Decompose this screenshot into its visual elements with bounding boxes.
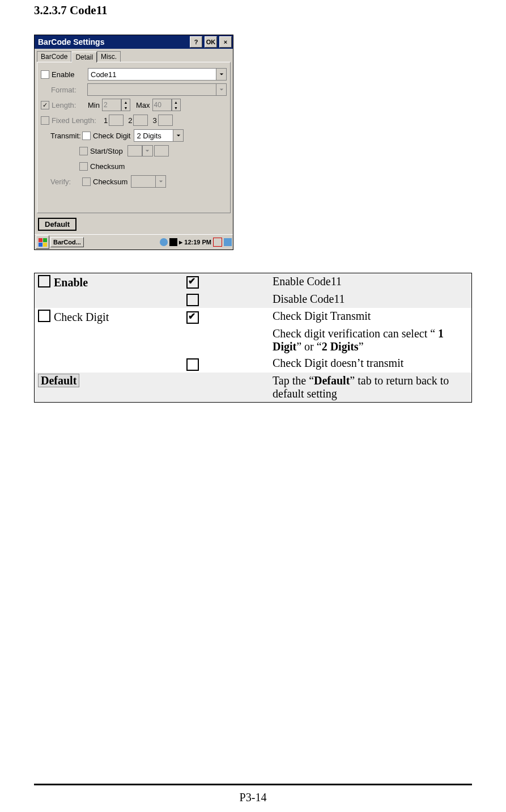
page-number: P3-14 <box>0 784 506 804</box>
chevron-down-icon <box>142 145 153 157</box>
checkbox-icon <box>38 310 50 322</box>
table-row: Check digit verification can select “ 1 … <box>35 325 472 355</box>
enable-on-desc: Enable Code11 <box>269 273 472 291</box>
max-value: 40 <box>152 99 172 111</box>
tabs: BarCode Detail Misc. <box>35 49 233 62</box>
symbology-dropdown[interactable]: Code11 <box>88 68 227 81</box>
checkdigit-verify-desc: Check digit verification can select “ 1 … <box>269 325 472 355</box>
enable-row-label: Enable <box>54 276 88 289</box>
checkbox-icon <box>38 275 50 287</box>
fixed-1-label: 1 <box>104 116 108 125</box>
fixed-1-input <box>109 115 124 126</box>
chevron-down-icon <box>155 176 165 187</box>
max-label: Max <box>136 101 150 109</box>
clock: 12:19 PM <box>184 239 211 246</box>
enable-off-desc: Disable Code11 <box>269 291 472 308</box>
format-dropdown <box>87 83 227 96</box>
startstop-input2 <box>154 145 169 157</box>
table-row: Default Tap the “Default” tab to return … <box>35 373 472 403</box>
symbology-value: Code11 <box>88 70 216 79</box>
table-row: Check Digit Check Digit Transmit <box>35 308 472 325</box>
checkdigit-row-label: Check Digit <box>54 311 109 323</box>
enable-label: Enable <box>52 70 88 79</box>
min-value: 2 <box>102 99 121 111</box>
default-button[interactable]: Default <box>38 218 76 231</box>
min-spinner: ▲▼ <box>121 99 130 111</box>
tab-barcode[interactable]: BarCode <box>37 51 71 62</box>
titlebar: BarCode Settings ? OK × <box>35 35 233 49</box>
min-label: Min <box>88 101 100 109</box>
tray-icon[interactable] <box>213 238 222 247</box>
tray-icon[interactable] <box>169 238 177 246</box>
format-label: Format: <box>51 86 87 94</box>
verify-dropdown <box>131 175 166 188</box>
length-label: Length: <box>52 101 88 109</box>
unchecked-icon <box>186 358 199 371</box>
checkdigit-off-desc: Check Digit doesn’t transmit <box>269 355 472 372</box>
check-digit-label: Check Digit <box>93 132 130 140</box>
enable-checkbox[interactable] <box>41 70 49 79</box>
default-desc: Tap the “Default” tab to return back to … <box>269 373 472 403</box>
fixed-length-label: Fixed Length: <box>52 116 104 125</box>
description-table: Enable Enable Code11 Disable Code11 Chec… <box>34 273 472 403</box>
fixed-3-label: 3 <box>152 116 156 125</box>
ok-button[interactable]: OK <box>205 36 217 48</box>
close-button[interactable]: × <box>219 36 232 48</box>
checked-icon <box>186 311 199 324</box>
checkdigit-on-desc: Check Digit Transmit <box>269 308 472 325</box>
windows-logo-icon <box>39 238 47 247</box>
fixed-length-checkbox <box>41 116 49 125</box>
table-row: Disable Code11 <box>35 291 472 308</box>
tab-detail[interactable]: Detail <box>71 52 97 62</box>
max-spinner: ▲▼ <box>172 99 181 111</box>
window-title: BarCode Settings <box>38 37 189 46</box>
fixed-2-input <box>133 115 148 126</box>
transmit-label: Transmit: <box>50 132 82 140</box>
check-digit-value: 2 Digits <box>134 132 173 140</box>
chevron-down-icon <box>216 84 226 95</box>
transmit-checksum-checkbox <box>79 162 88 171</box>
unchecked-icon <box>186 294 199 306</box>
barcode-settings-window: BarCode Settings ? OK × BarCode Detail M… <box>34 35 233 250</box>
tray-arrow-icon[interactable]: ▶ <box>179 240 182 245</box>
table-row: Check Digit doesn’t transmit <box>35 355 472 372</box>
tab-misc[interactable]: Misc. <box>97 51 121 62</box>
fixed-2-label: 2 <box>128 116 132 125</box>
verify-checksum-label: Checksum <box>93 177 127 186</box>
start-button[interactable] <box>36 235 49 249</box>
verify-checksum-checkbox <box>82 177 91 186</box>
startstop-checkbox <box>79 147 88 155</box>
section-heading: 3.2.3.7 Code11 <box>34 3 472 18</box>
default-row-label: Default <box>38 374 79 387</box>
chevron-down-icon[interactable] <box>216 69 226 80</box>
detail-panel: Enable Code11 Format: ✓ Length: Min 2 <box>37 62 231 213</box>
checked-icon <box>186 276 199 289</box>
length-checkbox: ✓ <box>41 101 49 109</box>
check-digit-dropdown[interactable]: 2 Digits <box>134 129 184 142</box>
tray-icon[interactable] <box>224 238 232 246</box>
chevron-down-icon[interactable] <box>173 130 183 141</box>
tray-icon[interactable] <box>160 238 168 246</box>
transmit-checksum-label: Checksum <box>90 162 125 171</box>
taskbar-app[interactable]: BarCod... <box>50 237 84 247</box>
help-button[interactable]: ? <box>190 36 202 48</box>
startstop-label: Start/Stop <box>90 147 123 155</box>
taskbar: BarCod... ▶ 12:19 PM <box>35 234 233 249</box>
check-digit-checkbox[interactable] <box>82 132 91 140</box>
table-row: Enable Enable Code11 <box>35 273 472 291</box>
verify-label: Verify: <box>50 177 82 186</box>
startstop-input <box>127 145 142 157</box>
fixed-3-input <box>158 115 173 126</box>
